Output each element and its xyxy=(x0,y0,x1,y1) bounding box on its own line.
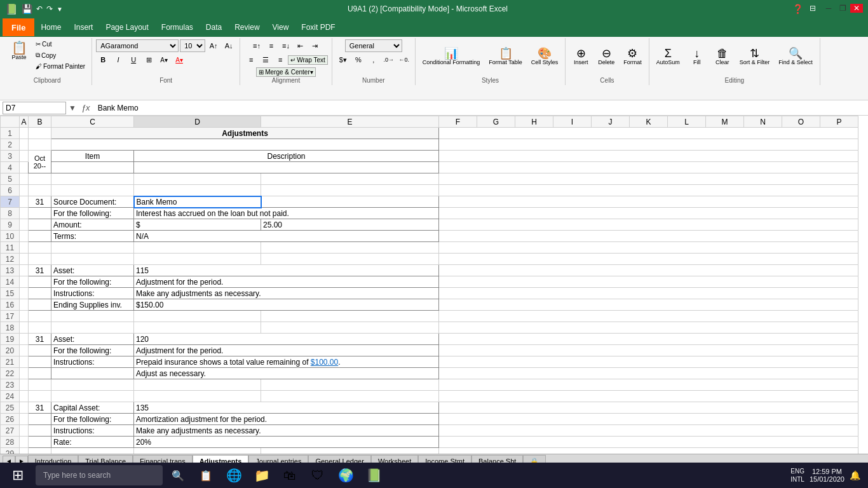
cell-b18[interactable] xyxy=(29,322,51,334)
cell-a23[interactable] xyxy=(20,379,29,391)
cell-b7[interactable]: 31 xyxy=(29,196,51,208)
cell-a9[interactable] xyxy=(20,219,29,231)
cell-d18[interactable] xyxy=(134,322,261,334)
taskbar-store[interactable]: 🛍 xyxy=(277,463,302,483)
cell-c8[interactable]: For the following: xyxy=(51,208,134,219)
cell-f23[interactable] xyxy=(439,379,858,391)
cell-a14[interactable] xyxy=(20,276,29,288)
cell-d20[interactable]: Adjustment for the period. xyxy=(134,345,439,356)
restore-button[interactable]: ❐ xyxy=(836,4,849,13)
menu-view[interactable]: View xyxy=(266,18,295,36)
cell-b21[interactable] xyxy=(29,356,51,368)
cell-b6[interactable] xyxy=(29,185,51,196)
quick-access-save[interactable]: 💾 xyxy=(22,4,32,14)
cell-f19[interactable] xyxy=(439,334,858,345)
cell-c1[interactable]: Adjustments xyxy=(51,128,439,139)
cell-f14[interactable] xyxy=(439,276,858,288)
cell-c25[interactable]: Capital Asset: xyxy=(51,402,134,414)
cell-a2[interactable] xyxy=(20,139,29,151)
cell-b17[interactable] xyxy=(29,311,51,322)
close-button[interactable]: ✕ xyxy=(850,4,863,13)
border-button[interactable]: ⊞ xyxy=(142,53,156,66)
autosum-button[interactable]: Σ AutoSum xyxy=(653,46,683,67)
cell-a15[interactable] xyxy=(20,288,29,299)
cell-d5[interactable] xyxy=(134,173,261,185)
cell-f17[interactable] xyxy=(439,311,858,322)
cell-c21[interactable]: Instructions: xyxy=(51,356,134,368)
cell-f6[interactable] xyxy=(439,185,858,196)
cell-f26[interactable] xyxy=(439,414,858,425)
cell-c4[interactable] xyxy=(51,162,134,173)
cell-d23[interactable] xyxy=(134,379,261,391)
increase-decimal-button[interactable]: .0→ xyxy=(382,53,396,66)
cell-d21[interactable]: Prepaid insurance shows a total value re… xyxy=(134,356,439,368)
col-header-g[interactable]: G xyxy=(477,116,515,128)
clear-button[interactable]: 🗑 Clear xyxy=(711,46,734,67)
cell-d12[interactable] xyxy=(134,254,261,265)
insert-button[interactable]: ⊕ Insert xyxy=(569,46,592,67)
taskbar-cortana[interactable]: 🔍 xyxy=(165,463,191,483)
cell-c7[interactable]: Source Document: xyxy=(51,196,134,208)
copy-button[interactable]: ⧉ Copy xyxy=(33,50,88,60)
col-header-m[interactable]: M xyxy=(706,116,744,128)
col-header-e[interactable]: E xyxy=(261,116,439,128)
font-family-select[interactable]: AGaramond xyxy=(96,39,179,52)
cell-c24[interactable] xyxy=(51,391,134,402)
cell-b5[interactable] xyxy=(29,173,51,185)
cell-d14[interactable]: Adjustment for the period. xyxy=(134,276,439,288)
cell-a11[interactable] xyxy=(20,242,29,254)
cell-d10[interactable]: N/A xyxy=(134,231,439,242)
cell-f22[interactable] xyxy=(439,368,858,379)
formula-input[interactable] xyxy=(95,102,865,114)
decrease-indent-button[interactable]: ⇤ xyxy=(294,39,308,52)
cell-e29[interactable] xyxy=(261,448,439,454)
cell-d27[interactable]: Make any adjustments as necessary. xyxy=(134,425,439,437)
col-header-k[interactable]: K xyxy=(630,116,668,128)
menu-page-layout[interactable]: Page Layout xyxy=(99,18,154,36)
cell-f20[interactable] xyxy=(439,345,858,356)
cell-d9[interactable]: $ xyxy=(134,219,261,231)
col-header-h[interactable]: H xyxy=(515,116,553,128)
italic-button[interactable]: I xyxy=(111,53,125,66)
col-header-i[interactable]: I xyxy=(553,116,592,128)
cell-c11[interactable] xyxy=(51,242,134,254)
cell-c26[interactable]: For the following: xyxy=(51,414,134,425)
cell-b13[interactable]: 31 xyxy=(29,265,51,276)
cell-c3[interactable]: Item xyxy=(51,151,134,162)
cell-a7[interactable] xyxy=(20,196,29,208)
cell-c17[interactable] xyxy=(51,311,134,322)
minimize-button[interactable]: ─ xyxy=(822,4,835,13)
cell-f13[interactable] xyxy=(439,265,858,276)
align-center-button[interactable]: ☰ xyxy=(259,53,273,66)
cell-b14[interactable] xyxy=(29,276,51,288)
cell-d17[interactable] xyxy=(134,311,261,322)
cell-d13[interactable]: 115 xyxy=(134,265,439,276)
increase-indent-button[interactable]: ⇥ xyxy=(308,39,322,52)
col-header-n[interactable]: N xyxy=(744,116,782,128)
cell-a10[interactable] xyxy=(20,231,29,242)
cell-b25[interactable]: 31 xyxy=(29,402,51,414)
cell-c2[interactable] xyxy=(51,139,439,151)
cell-c22[interactable] xyxy=(51,368,134,379)
cell-a22[interactable] xyxy=(20,368,29,379)
cell-d7[interactable]: Bank Memo xyxy=(134,196,261,208)
cell-c27[interactable]: Instructions: xyxy=(51,425,134,437)
cell-a5[interactable] xyxy=(20,173,29,185)
cell-a17[interactable] xyxy=(20,311,29,322)
cell-b24[interactable] xyxy=(29,391,51,402)
increase-font-button[interactable]: A↑ xyxy=(207,39,220,52)
cell-b28[interactable] xyxy=(29,437,51,448)
cell-f24[interactable] xyxy=(439,391,858,402)
col-header-b[interactable]: B xyxy=(29,116,51,128)
cell-c16[interactable]: Ending Supplies inv. xyxy=(51,299,134,311)
cell-c15[interactable]: Instructions: xyxy=(51,288,134,299)
cell-a25[interactable] xyxy=(20,402,29,414)
bold-button[interactable]: B xyxy=(96,53,110,66)
cell-a20[interactable] xyxy=(20,345,29,356)
cell-d8[interactable]: Interest has accrued on the loan but not… xyxy=(134,208,439,219)
delete-button[interactable]: ⊖ Delete xyxy=(595,46,618,67)
col-header-l[interactable]: L xyxy=(668,116,706,128)
cell-b20[interactable] xyxy=(29,345,51,356)
menu-insert[interactable]: Insert xyxy=(67,18,99,36)
cell-c28[interactable]: Rate: xyxy=(51,437,134,448)
